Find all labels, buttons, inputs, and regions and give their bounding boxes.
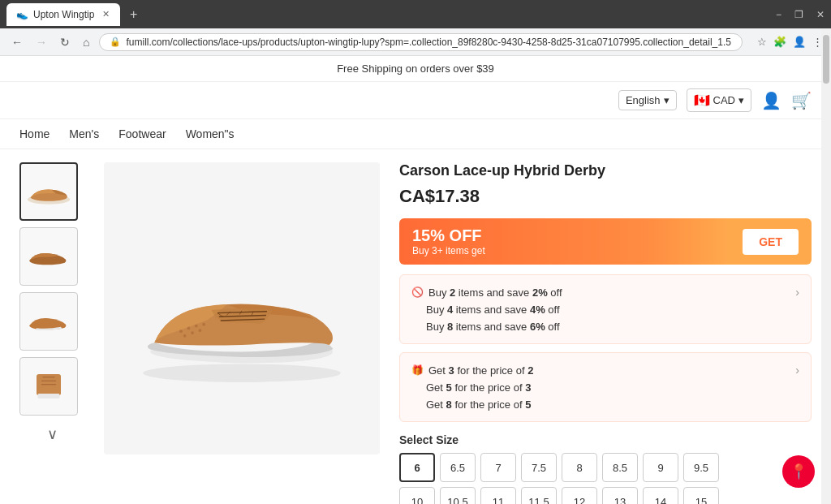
home-button[interactable]: ⌂ (80, 34, 93, 50)
size-12[interactable]: 12 (562, 487, 597, 504)
language-selector[interactable]: English ▾ (618, 90, 677, 110)
maximize-button[interactable]: ❐ (794, 9, 803, 20)
banner-text: Free Shipping on orders over $39 (337, 62, 494, 75)
size-8[interactable]: 8 (562, 453, 597, 482)
currency-label: CAD (713, 94, 735, 106)
size-15[interactable]: 15 (683, 487, 719, 504)
gift-text-3: Get 8 for the price of 5 (426, 398, 531, 411)
size-label: Select Size (399, 433, 812, 446)
size-9-5[interactable]: 9.5 (683, 453, 719, 482)
size-11[interactable]: 11 (480, 487, 516, 504)
bulk-row-3: Buy 8 items and save 6% off (411, 318, 799, 335)
refresh-button[interactable]: ↻ (57, 34, 73, 50)
product-main-image (104, 162, 380, 454)
tab-favicon: 👟 (16, 9, 28, 20)
scrollbar-thumb[interactable] (823, 35, 829, 84)
site-header: English ▾ 🇨🇦 CAD ▾ 👤 🛒 (0, 82, 831, 119)
gift-text-2: Get 5 for the price of 3 (426, 381, 531, 394)
url-bar-row: ← → ↻ ⌂ 🔒 fumill.com/collections/lace-up… (0, 28, 831, 56)
header-right: English ▾ 🇨🇦 CAD ▾ 👤 🛒 (618, 88, 812, 112)
bulk-text-3: Buy 8 items and save 6% off (426, 321, 560, 333)
size-6-5[interactable]: 6.5 (440, 453, 476, 482)
discount-subtitle: Buy 3+ items get (412, 245, 485, 256)
nav-womens[interactable]: Women"s (186, 127, 235, 140)
size-6[interactable]: 6 (399, 453, 435, 482)
gift-row-3: Get 8 for the price of 5 (411, 396, 799, 413)
bulk-row-2: Buy 4 items and save 4% off (411, 301, 799, 318)
svg-rect-2 (38, 394, 60, 398)
minimize-button[interactable]: − (776, 9, 781, 20)
svg-point-19 (191, 331, 194, 334)
back-button[interactable]: ← (8, 34, 26, 50)
new-tab-button[interactable]: + (130, 7, 137, 22)
thumbnail-3[interactable] (19, 292, 78, 351)
size-7[interactable]: 7 (480, 453, 516, 482)
thumbnail-more[interactable]: ∨ (19, 422, 84, 443)
gift-chevron-right: › (795, 364, 799, 377)
size-14[interactable]: 14 (643, 487, 678, 504)
nav-home[interactable]: Home (19, 127, 50, 140)
bookmark-icon[interactable]: ☆ (757, 36, 767, 48)
scrollbar-track[interactable] (821, 28, 831, 504)
currency-chevron: ▾ (738, 94, 744, 106)
user-icon[interactable]: 👤 (761, 91, 781, 110)
size-10[interactable]: 10 (399, 487, 435, 504)
canada-flag-icon: 🇨🇦 (694, 93, 710, 108)
browser-chrome: 👟 Upton Wingtip ✕ + − ❐ ✕ (0, 0, 831, 28)
bulk-discount-section: 🚫 Buy 2 items and save 2% off › Buy 4 it… (399, 274, 812, 344)
bulk-text-2: Buy 4 items and save 4% off (426, 304, 560, 316)
bulk-alert-icon: 🚫 (411, 286, 424, 298)
language-label: English (626, 94, 661, 106)
cart-icon[interactable]: 🛒 (791, 91, 812, 110)
gift-section: 🎁 Get 3 for the price of 2 › Get 5 for t… (399, 352, 812, 422)
size-8-5[interactable]: 8.5 (602, 453, 638, 482)
svg-point-20 (199, 329, 202, 332)
extensions-icon[interactable]: 🧩 (773, 36, 786, 48)
tab-close-button[interactable]: ✕ (102, 9, 110, 19)
svg-point-14 (179, 330, 183, 333)
url-text: fumill.com/collections/lace-ups/products… (126, 37, 730, 48)
window-controls: − ❐ ✕ (776, 9, 825, 20)
bulk-text-1: Buy 2 items and save 2% off (428, 286, 562, 299)
site-content: Free Shipping on orders over $39 English… (0, 56, 831, 504)
discount-info: 15% OFF Buy 3+ items get (412, 226, 485, 256)
top-banner: Free Shipping on orders over $39 (0, 56, 831, 82)
thumbnail-list: ∨ (19, 162, 84, 491)
gift-icon: 🎁 (411, 364, 424, 376)
gift-row-1: 🎁 Get 3 for the price of 2 › (411, 361, 799, 379)
close-button[interactable]: ✕ (816, 9, 825, 20)
floating-action-button[interactable]: 📍 (782, 455, 815, 488)
svg-point-6 (143, 364, 341, 382)
svg-point-18 (183, 334, 187, 338)
size-13[interactable]: 13 (602, 487, 638, 504)
size-7-5[interactable]: 7.5 (521, 453, 557, 482)
product-info: Carson Lace-up Hybrid Derby CA$17.38 15%… (399, 162, 812, 491)
chevron-down-icon: ∨ (47, 426, 58, 442)
url-actions: ☆ 🧩 👤 ⋮ (757, 36, 823, 48)
floating-icon: 📍 (790, 463, 807, 480)
bulk-row-1: 🚫 Buy 2 items and save 2% off › (411, 283, 799, 301)
product-shoe-svg (120, 227, 364, 390)
url-bar[interactable]: 🔒 fumill.com/collections/lace-ups/produc… (99, 33, 743, 51)
main-nav: Home Men's Footwear Women"s (0, 119, 831, 149)
nav-footwear[interactable]: Footwear (118, 127, 166, 140)
discount-percent: 15% OFF (412, 226, 485, 245)
thumbnail-4[interactable] (19, 357, 78, 416)
discount-get-button[interactable]: GET (743, 229, 799, 255)
size-grid-row2: 10 10.5 11 11.5 12 13 14 15 (399, 487, 812, 504)
thumbnail-1[interactable] (19, 162, 78, 221)
nav-mens[interactable]: Men's (69, 127, 99, 140)
product-title: Carson Lace-up Hybrid Derby (399, 162, 812, 179)
browser-tab[interactable]: 👟 Upton Wingtip ✕ (6, 3, 120, 26)
product-price: CA$17.38 (399, 186, 812, 207)
size-9[interactable]: 9 (643, 453, 678, 482)
profile-icon[interactable]: 👤 (793, 36, 806, 48)
svg-point-16 (195, 325, 198, 328)
size-11-5[interactable]: 11.5 (521, 487, 557, 504)
forward-button[interactable]: → (32, 34, 50, 50)
gift-row-2: Get 5 for the price of 3 (411, 379, 799, 396)
thumbnail-2[interactable] (19, 227, 78, 286)
size-10-5[interactable]: 10.5 (440, 487, 476, 504)
svg-point-15 (187, 327, 191, 330)
currency-selector[interactable]: 🇨🇦 CAD ▾ (687, 88, 751, 112)
